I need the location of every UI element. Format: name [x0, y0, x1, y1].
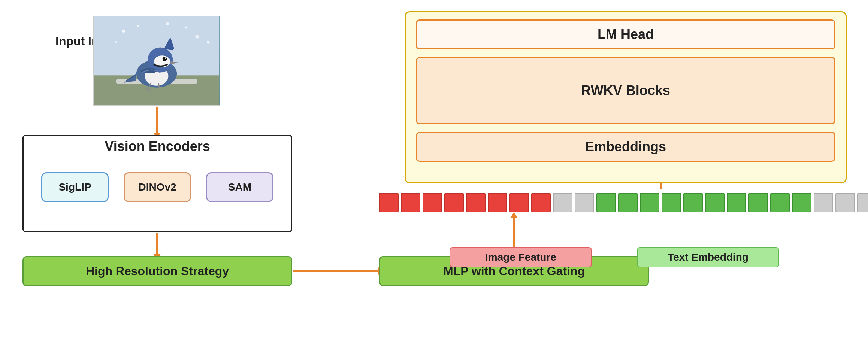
svg-point-24 [115, 41, 117, 43]
svg-point-25 [166, 22, 169, 25]
token-row [379, 191, 847, 214]
svg-point-23 [207, 41, 210, 44]
token-green-9 [770, 193, 790, 212]
token-gray-4 [835, 193, 855, 212]
svg-point-20 [137, 25, 139, 27]
image-feature-label: Image Feature [450, 247, 592, 267]
token-red-2 [401, 193, 420, 212]
token-red-8 [531, 193, 551, 212]
token-green-8 [748, 193, 768, 212]
token-green-3 [640, 193, 659, 212]
vision-encoders-title: Vision Encoders [22, 139, 292, 154]
token-gray-3 [814, 193, 833, 212]
token-green-7 [727, 193, 746, 212]
token-green-4 [662, 193, 681, 212]
siglip-encoder: SigLIP [41, 172, 109, 202]
lm-head-box: LM Head [416, 19, 835, 49]
token-gray-5 [857, 193, 868, 212]
sam-encoder: SAM [206, 172, 273, 202]
high-resolution-box: High Resolution Strategy [22, 256, 292, 286]
bird-image [93, 16, 220, 106]
svg-point-19 [122, 30, 125, 33]
rwkv-blocks-box: RWKV Blocks [416, 57, 835, 124]
token-red-4 [444, 193, 464, 212]
svg-point-9 [163, 57, 167, 61]
arrow-image-to-vision [156, 107, 158, 133]
token-gray-2 [575, 193, 594, 212]
svg-point-21 [195, 35, 199, 39]
token-green-10 [792, 193, 811, 212]
arrow-highres-to-mlp [293, 270, 379, 272]
embeddings-box: Embeddings [416, 132, 835, 162]
token-red-7 [509, 193, 529, 212]
dinov2-encoder: DINOv2 [124, 172, 191, 202]
token-green-1 [596, 193, 616, 212]
token-green-6 [705, 193, 725, 212]
diagram-container: Input Image [0, 0, 868, 349]
arrow-vision-to-highres [156, 233, 158, 255]
token-gray-1 [553, 193, 572, 212]
token-red-1 [379, 193, 399, 212]
token-red-3 [423, 193, 442, 212]
token-green-5 [683, 193, 703, 212]
token-red-5 [466, 193, 486, 212]
text-embedding-label: Text Embedding [637, 247, 779, 267]
svg-point-22 [185, 27, 187, 29]
svg-point-10 [165, 57, 166, 59]
token-green-2 [618, 193, 638, 212]
token-red-6 [488, 193, 507, 212]
